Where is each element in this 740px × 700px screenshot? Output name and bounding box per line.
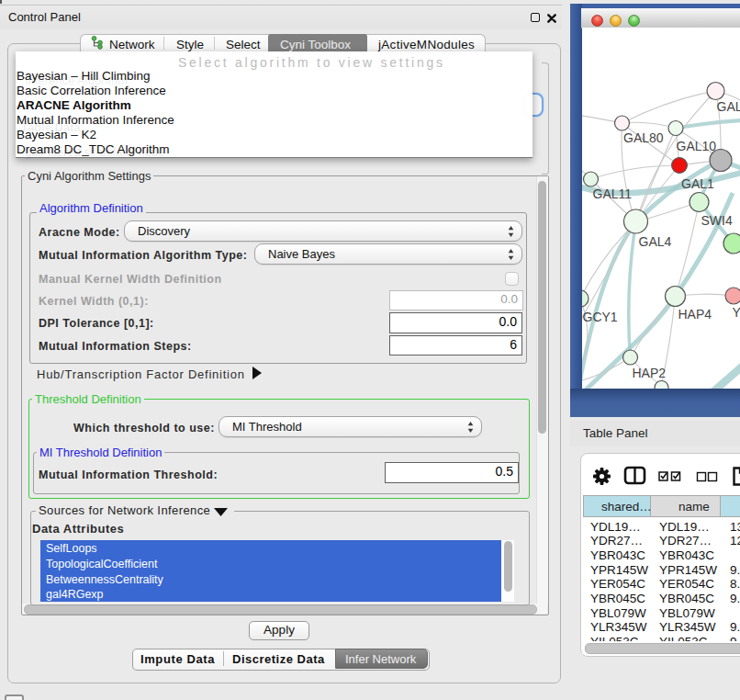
svg-text:GAL80: GAL80 bbox=[623, 130, 664, 145]
svg-text:GAL: GAL bbox=[716, 99, 740, 114]
svg-text:GAL11: GAL11 bbox=[592, 186, 632, 201]
svg-text:HAP4: HAP4 bbox=[678, 307, 712, 322]
svg-text:Y: Y bbox=[732, 305, 740, 320]
svg-text:GAL4: GAL4 bbox=[638, 234, 671, 249]
svg-text:GCY1: GCY1 bbox=[582, 310, 617, 324]
svg-text:GAL10: GAL10 bbox=[676, 139, 716, 153]
svg-text:SWI4: SWI4 bbox=[701, 213, 732, 228]
svg-text:HAP2: HAP2 bbox=[632, 366, 666, 380]
svg-text:GAL1: GAL1 bbox=[681, 176, 714, 191]
